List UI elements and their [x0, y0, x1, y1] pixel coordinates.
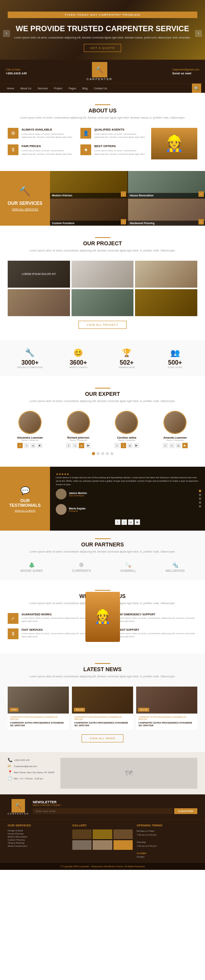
t-social-yt[interactable]: ▶	[135, 519, 140, 525]
expert-in-1[interactable]: in	[30, 443, 36, 448]
hero-cta-btn[interactable]: GET A QUOTE	[84, 44, 121, 52]
v-dot-3[interactable]	[199, 498, 201, 500]
experts-grid: Alexandra Loanman Senior Carpenter f t i…	[8, 411, 197, 448]
footer-timing-closed: CLOSED	[137, 852, 197, 856]
why-text-4: Lorem ipsum dolor sit amet, consectetuer…	[118, 632, 198, 638]
expert-name-1: Alexandra Loanman	[8, 436, 52, 439]
nav-contact[interactable]: Contact Us	[91, 84, 110, 93]
why-icon-2: $	[8, 628, 18, 639]
testimonials-right-panel: ★★★★★ Lorem ipsum is simply dummy text o…	[50, 467, 205, 531]
t-social-fb[interactable]: f	[115, 519, 120, 525]
project-item-2	[72, 261, 134, 288]
footer-logo-icon: 🔨	[12, 799, 25, 812]
testimonial-item-1: ★★★★★ Lorem ipsum is simply dummy text o…	[56, 472, 199, 499]
newsletter-form: SUBSCRIBE	[33, 808, 197, 814]
site-logo[interactable]: 🔨 CARPENTER	[87, 62, 112, 81]
newsletter-subtitle: NEED A PROJECT DONE?	[33, 804, 197, 806]
nav-services[interactable]: Services	[34, 84, 51, 93]
dot-1[interactable]	[92, 452, 95, 455]
nav-home[interactable]: Home	[4, 84, 17, 93]
partners-divider	[95, 538, 110, 539]
v-dot-2[interactable]	[199, 494, 201, 496]
footer-service-link-4[interactable]: Custom Flooring	[8, 839, 68, 841]
service-label-kitchen: Modern Kitchen	[50, 193, 127, 198]
expert-in-4[interactable]: in	[176, 443, 181, 448]
news-title-2: CARPENTRY EXTRA PROCEEDINGS DYNAMISM SIC…	[74, 722, 131, 728]
expert-fb-3[interactable]: f	[114, 443, 120, 448]
expert-yt-1[interactable]: ▶	[37, 443, 42, 448]
expert-fb-4[interactable]: f	[163, 443, 168, 448]
stats-section: 🔧 3000+ Project Completed 😊 3600+ Happy …	[0, 340, 205, 376]
testimonials-section: 💬 OUR TESTIMONIALS VIEW ALL CLIENTS ★★★★…	[0, 467, 205, 531]
newsletter-section: NEWSLETTER NEED A PROJECT DONE? SUBSCRIB…	[33, 800, 197, 814]
v-dot-4[interactable]	[199, 501, 201, 504]
clock-icon: 🕐	[8, 776, 12, 781]
partners-logos-grid: 🌲 WOOD SAWS ⚙ CARPENTX 🪚 SAWMILL 🔩 MILLW…	[8, 562, 197, 573]
testimonial-avatar-1	[56, 489, 67, 499]
main-nav: Home About Us Services Project Pages Blo…	[0, 83, 205, 93]
project-item-6	[135, 289, 197, 316]
hero-top-bar: FIXED TODAY ANY CARPENTRY PROBLEM	[8, 12, 197, 18]
footer-gallery-grid	[72, 829, 133, 850]
news-img-1: 2026	[8, 687, 69, 714]
about-feature-text-2: Lorem ipsum dolor sit amet, consectetuer…	[94, 132, 147, 139]
nav-blog[interactable]: Blog	[79, 84, 91, 93]
footer-service-link-1[interactable]: Design & Build	[8, 829, 68, 832]
expert-tw-1[interactable]: t	[24, 443, 29, 448]
phone-icon: 📞	[8, 758, 12, 762]
footer-service-link-5[interactable]: Tiling & Painting	[8, 842, 68, 844]
nav-project[interactable]: Project	[51, 84, 65, 93]
news-section: LATEST NEWS Lorem ipsum dolor sit amet, …	[0, 653, 205, 752]
hero-next-btn[interactable]: ›	[195, 30, 202, 37]
expert-yt-4[interactable]: ▶	[182, 443, 188, 448]
newsletter-email-input[interactable]	[33, 808, 173, 814]
footer-service-link-3[interactable]: Build & Renovation	[8, 836, 68, 838]
dot-2[interactable]	[97, 452, 100, 455]
stat-icon-staff: 👥	[153, 348, 197, 357]
footer-timing-saturday-hours: 7:30 am to 5:00 pm	[137, 844, 197, 848]
hero-subtitle: Lorem ipsum dolor sit amet, consectetuer…	[8, 36, 197, 39]
nav-about[interactable]: About Us	[17, 84, 35, 93]
dot-4[interactable]	[106, 452, 109, 455]
service-view-all-link[interactable]: VIEW ALL SERVICES	[12, 208, 38, 211]
expert-in-2[interactable]: in	[79, 443, 84, 448]
dot-5[interactable]	[110, 452, 113, 455]
partners-section: OUR PARTNERS Lorem ipsum dolor sit amet,…	[0, 531, 205, 580]
about-item-3: $ FAIR PRICES Lorem ipsum dolor sit amet…	[8, 144, 75, 156]
expert-yt-3[interactable]: ▶	[134, 443, 139, 448]
footer-service-link-2[interactable]: House Flooring	[8, 833, 68, 835]
testimonials-link[interactable]: VIEW ALL CLIENTS	[15, 509, 35, 512]
section-divider	[95, 104, 110, 105]
t-social-in[interactable]: in	[128, 519, 133, 525]
expert-socials-2: f t in ▶	[56, 443, 101, 448]
about-icon-2: 👤	[80, 128, 91, 139]
footer-timing-title: OPENING TIMING	[137, 824, 197, 827]
expert-tw-3[interactable]: t	[121, 443, 126, 448]
news-date-1: 2026	[10, 708, 18, 712]
service-arrow-icon-3: ›	[121, 219, 126, 224]
expert-yt-2[interactable]: ▶	[85, 443, 91, 448]
v-dot-5[interactable]	[199, 505, 201, 508]
nav-search-btn[interactable]: 🔍	[192, 84, 201, 93]
expert-tw-4[interactable]: t	[169, 443, 175, 448]
nav-pages[interactable]: Pages	[65, 84, 79, 93]
news-subtitle: Lorem ipsum dolor sit amet, consectetuer…	[8, 675, 197, 679]
dot-3[interactable]	[101, 452, 104, 455]
footer-service-link-6[interactable]: Wood Construction	[8, 845, 68, 847]
t-social-tw[interactable]: t	[122, 519, 127, 525]
expert-in-3[interactable]: in	[127, 443, 133, 448]
view-all-news-btn[interactable]: VIEW ALL NEWS	[82, 734, 124, 742]
experts-carousel-dots	[8, 452, 197, 455]
news-title-3: CARPENTRY EXTRA PROCEEDINGS DYNAMISM SIC…	[138, 722, 195, 728]
expert-title-2: Senior Carpenter	[56, 439, 101, 441]
expert-fb-2[interactable]: f	[66, 443, 71, 448]
hero-prev-btn[interactable]: ‹	[3, 30, 10, 37]
footer-logo[interactable]: 🔨 CARPENTER	[8, 799, 29, 815]
v-dot-1[interactable]	[199, 490, 201, 492]
view-all-project-btn[interactable]: VIEW ALL PROJECT	[78, 321, 126, 329]
expert-fb-1[interactable]: f	[17, 443, 23, 448]
newsletter-subscribe-btn[interactable]: SUBSCRIBE	[174, 808, 197, 814]
experts-title: OUR EXPERT	[8, 391, 197, 397]
gallery-thumb-1	[72, 829, 92, 839]
expert-tw-2[interactable]: t	[72, 443, 78, 448]
